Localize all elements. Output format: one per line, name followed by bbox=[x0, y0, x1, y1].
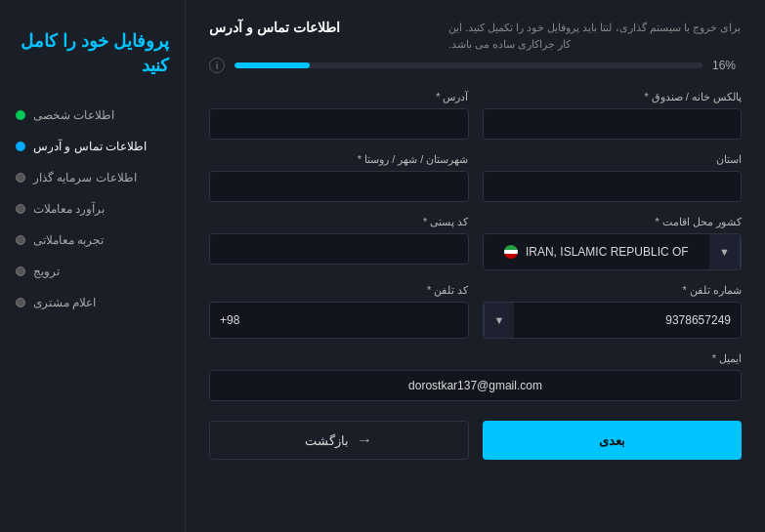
phone-input-wrapper: 9378657249 ▼ bbox=[483, 302, 743, 339]
city-label: شهرستان / شهر / روستا * bbox=[209, 153, 469, 166]
sidebar-item-promotion-label: ترویج bbox=[33, 265, 60, 278]
phone-dropdown-button[interactable]: ▼ bbox=[484, 303, 515, 338]
form-row-1: پالکس خانه / صندوق * آدرس * bbox=[209, 91, 742, 140]
address-label: آدرس * bbox=[209, 91, 469, 103]
info-hint: برای خروج با سیستم گذاری، لنتا باید پروف… bbox=[448, 20, 742, 52]
postcode-label: کد پستی * bbox=[209, 216, 469, 228]
sidebar-item-personal[interactable]: اطلاعات شخصی bbox=[0, 102, 185, 129]
progress-track bbox=[234, 62, 702, 68]
sidebar-item-investor-dot bbox=[16, 173, 25, 183]
sidebar-item-contact-label: اطلاعات تماس و آدرس bbox=[33, 140, 147, 153]
country-text: IRAN, ISLAMIC REPUBLIC OF bbox=[526, 245, 689, 259]
form-row-2: استان شهرستان / شهر / روستا * bbox=[209, 153, 742, 202]
sidebar-item-experience[interactable]: تجربه معاملاتی bbox=[0, 226, 185, 254]
province-input[interactable] bbox=[483, 171, 743, 202]
progress-area: i 16% bbox=[209, 58, 742, 73]
email-group: ایمیل * bbox=[209, 352, 742, 401]
sidebar-item-notifications-label: اعلام مشتری bbox=[33, 296, 96, 309]
main-content: برای خروج با سیستم گذاری، لنتا باید پروف… bbox=[186, 0, 765, 532]
sidebar-item-transactions-dot bbox=[16, 204, 25, 214]
form-row-3: کشور محل اقامت * ▼ IRAN, ISLAMIC REPUBLI… bbox=[209, 216, 742, 270]
country-dropdown-arrow[interactable]: ▼ bbox=[709, 234, 741, 269]
back-arrow-icon: → bbox=[357, 431, 372, 449]
sidebar-item-experience-dot bbox=[16, 235, 25, 245]
city-group: شهرستان / شهر / روستا * bbox=[209, 153, 469, 202]
progress-fill bbox=[234, 62, 310, 68]
mailbox-label: پالکس خانه / صندوق * bbox=[483, 91, 743, 103]
address-group: آدرس * bbox=[209, 91, 469, 140]
sidebar-item-notifications-dot bbox=[16, 298, 25, 307]
next-button[interactable]: بعدی bbox=[483, 421, 743, 460]
email-label: ایمیل * bbox=[209, 352, 742, 365]
iran-flag-icon bbox=[504, 245, 518, 259]
postcode-input[interactable] bbox=[209, 233, 469, 265]
mailbox-group: پالکس خانه / صندوق * bbox=[483, 91, 743, 140]
calling-code-value: 98+ bbox=[210, 303, 468, 338]
progress-label: 16% bbox=[712, 59, 742, 72]
calling-code-label: کد تلفن * bbox=[209, 284, 469, 297]
sidebar-item-transactions-label: برآورد معاملات bbox=[33, 202, 105, 216]
phone-group: شماره تلفن * 9378657249 ▼ bbox=[483, 284, 743, 339]
back-button[interactable]: → بازگشت bbox=[209, 421, 469, 460]
form-row-4: شماره تلفن * 9378657249 ▼ کد تلفن * 98+ bbox=[209, 284, 742, 339]
phone-value[interactable]: 9378657249 bbox=[514, 303, 741, 338]
sidebar-item-experience-label: تجربه معاملاتی bbox=[33, 233, 104, 247]
country-select[interactable]: ▼ IRAN, ISLAMIC REPUBLIC OF bbox=[483, 233, 743, 270]
sidebar-title-end: کنید bbox=[142, 56, 169, 75]
sidebar-item-notifications[interactable]: اعلام مشتری bbox=[0, 289, 185, 316]
section-header: برای خروج با سیستم گذاری، لنتا باید پروف… bbox=[209, 20, 742, 52]
info-icon[interactable]: i bbox=[209, 58, 225, 73]
sidebar: پروفایل خود را کامل کنید اطلاعات شخصی اط… bbox=[0, 0, 186, 532]
sidebar-item-promotion-dot bbox=[16, 266, 25, 276]
calling-code-group: کد تلفن * 98+ bbox=[209, 284, 469, 339]
country-group: کشور محل اقامت * ▼ IRAN, ISLAMIC REPUBLI… bbox=[483, 216, 743, 270]
country-value: IRAN, ISLAMIC REPUBLIC OF bbox=[484, 245, 710, 259]
city-input[interactable] bbox=[209, 171, 469, 202]
sidebar-item-personal-dot bbox=[16, 110, 25, 120]
button-row: بعدی → بازگشت bbox=[209, 421, 742, 460]
code-input-wrapper: 98+ bbox=[209, 302, 469, 339]
sidebar-item-personal-label: اطلاعات شخصی bbox=[33, 108, 114, 122]
country-label: کشور محل اقامت * bbox=[483, 216, 743, 228]
province-group: استان bbox=[483, 153, 743, 202]
sidebar-title: پروفایل خود را کامل کنید bbox=[0, 20, 185, 98]
sidebar-item-contact[interactable]: اطلاعات تماس و آدرس bbox=[0, 133, 185, 160]
sidebar-title-start: پروفایل خود را کامل bbox=[21, 31, 169, 51]
sidebar-item-promotion[interactable]: ترویج bbox=[0, 258, 185, 285]
address-input[interactable] bbox=[209, 108, 469, 140]
back-button-label: بازگشت bbox=[305, 433, 349, 448]
phone-label: شماره تلفن * bbox=[483, 284, 743, 297]
email-input[interactable] bbox=[209, 370, 742, 401]
sidebar-item-investor-label: اطلاعات سرمایه گذار bbox=[33, 171, 137, 184]
sidebar-item-contact-dot bbox=[16, 142, 25, 151]
section-title: اطلاعات تماس و آدرس bbox=[209, 20, 340, 35]
mailbox-input[interactable] bbox=[483, 108, 743, 140]
sidebar-item-investor[interactable]: اطلاعات سرمایه گذار bbox=[0, 164, 185, 191]
sidebar-item-transactions[interactable]: برآورد معاملات bbox=[0, 195, 185, 223]
province-label: استان bbox=[483, 153, 743, 166]
postcode-group: کد پستی * bbox=[209, 216, 469, 270]
